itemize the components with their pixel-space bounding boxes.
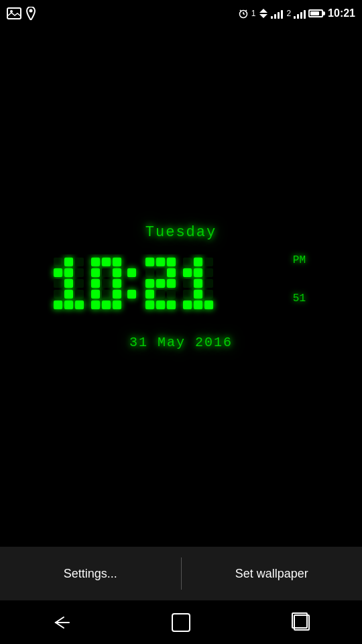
image-icon [7, 7, 21, 19]
bottom-buttons-bar: Settings... Set wallpaper [0, 547, 362, 600]
clock-container: PM 51 [47, 254, 315, 321]
svg-line-7 [245, 10, 247, 11]
status-time: 10:21 [328, 7, 355, 19]
status-left-icons [7, 7, 36, 20]
recents-button[interactable] [285, 606, 318, 639]
signal1-count: 1 [251, 9, 256, 18]
ampm-label: PM [293, 254, 306, 266]
data-icon [259, 8, 268, 19]
signal2-count: 2 [286, 9, 291, 18]
back-button[interactable] [44, 606, 77, 639]
navigation-bar [0, 600, 362, 644]
battery-icon [308, 9, 325, 17]
clock-canvas [47, 254, 315, 321]
recents-icon [294, 614, 310, 631]
clock-display: Tuesday PM 51 31 May 2016 [0, 27, 362, 547]
alarm-icon [238, 8, 249, 19]
svg-marker-8 [259, 9, 267, 13]
svg-line-6 [240, 10, 241, 11]
signal-main-icon [294, 8, 306, 19]
home-button[interactable] [164, 606, 198, 639]
seconds-label: 51 [293, 292, 306, 305]
location-pin-icon [25, 7, 36, 20]
date-display: 31 May 2016 [129, 335, 233, 350]
set-wallpaper-button[interactable]: Set wallpaper [182, 547, 363, 600]
svg-marker-9 [259, 14, 267, 18]
ampm-seconds: PM 51 [293, 254, 306, 305]
home-icon [172, 613, 190, 632]
day-of-week: Tuesday [145, 224, 217, 241]
back-arrow-icon [50, 614, 70, 631]
settings-button[interactable]: Settings... [0, 547, 181, 600]
status-right-icons: 1 2 10:21 [238, 7, 355, 19]
svg-point-2 [29, 9, 33, 13]
signal2-icon [271, 8, 283, 19]
svg-rect-0 [7, 8, 21, 19]
status-bar: 1 2 10:21 [0, 0, 362, 27]
